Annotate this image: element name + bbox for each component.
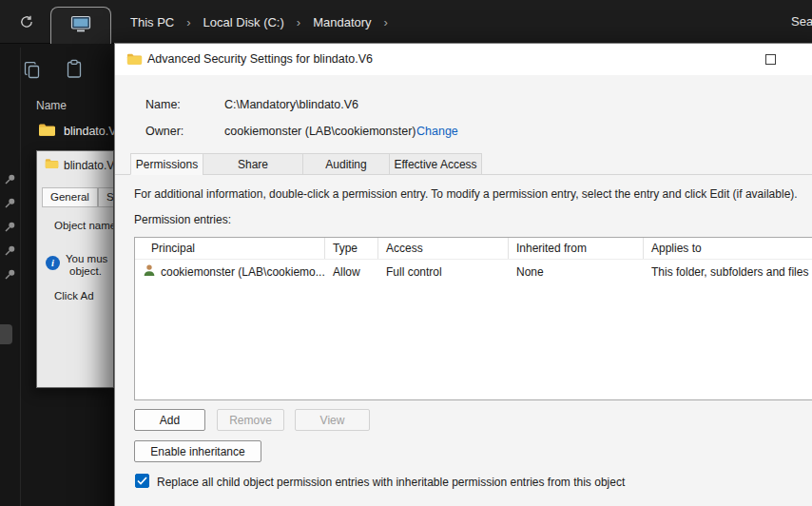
chevron-right-icon: › <box>384 15 388 29</box>
tab-general[interactable]: General <box>42 187 98 207</box>
tab-auditing[interactable]: Auditing <box>302 153 390 175</box>
table-header-row: Principal Type Access Inherited from App… <box>135 238 812 260</box>
dialog-title: Advanced Security Settings for blindato.… <box>147 52 373 66</box>
properties-tabs: General Sha <box>42 187 114 207</box>
owner-label: Owner: <box>145 125 184 138</box>
owner-value: cookiemonster (LAB\cookiemonster) <box>224 125 416 138</box>
pin-icon[interactable] <box>4 243 16 261</box>
explorer-topbar: This PC › Local Disk (C:) › Mandatory › … <box>0 0 812 44</box>
permission-entries-label: Permission entries: <box>134 213 231 226</box>
copy-icon[interactable] <box>23 61 41 84</box>
enable-inheritance-button[interactable]: Enable inheritance <box>134 440 261 462</box>
breadcrumb-local-disk-c[interactable]: Local Disk (C:) <box>203 15 284 29</box>
name-value: C:\Mandatory\blindato.V6 <box>224 98 358 111</box>
table-row[interactable]: cookiemonster (LAB\cookiemo... Allow Ful… <box>135 260 812 283</box>
replace-permissions-checkbox[interactable] <box>135 474 149 488</box>
paste-icon[interactable] <box>66 59 83 83</box>
cell-inherited-from: None <box>509 260 644 283</box>
column-header-principal[interactable]: Principal <box>135 238 325 259</box>
info-icon: i <box>46 256 60 270</box>
nav-pane-divider <box>20 48 21 506</box>
click-advanced-text: Click Ad <box>54 290 94 302</box>
search-box[interactable]: Sea <box>791 14 812 29</box>
properties-title: blindato.V <box>64 159 114 172</box>
breadcrumb: This PC › Local Disk (C:) › Mandatory › <box>130 0 400 44</box>
pin-icon[interactable] <box>4 220 16 237</box>
advanced-security-dialog: Advanced Security Settings for blindato.… <box>114 43 812 506</box>
tab-effective-access[interactable]: Effective Access <box>389 153 482 175</box>
name-label: Name: <box>145 98 181 111</box>
this-pc-monitor-icon <box>70 15 91 37</box>
pin-icon[interactable] <box>4 267 16 284</box>
folder-icon <box>45 158 59 172</box>
dialog-tabs: Permissions Share Auditing Effective Acc… <box>130 153 481 175</box>
screen: This PC › Local Disk (C:) › Mandatory › … <box>0 0 812 506</box>
nav-selected-item[interactable] <box>0 324 12 344</box>
dialog-titlebar: Advanced Security Settings for blindato.… <box>115 44 812 75</box>
cell-principal-text: cookiemonster (LAB\cookiemo... <box>161 265 325 279</box>
breadcrumb-this-pc[interactable]: This PC <box>130 15 174 29</box>
remove-button: Remove <box>217 409 284 431</box>
explorer-tab[interactable] <box>50 7 111 44</box>
add-button[interactable]: Add <box>134 409 205 431</box>
info-text-line2: object. <box>69 265 102 277</box>
tab-sharing[interactable]: Sha <box>98 187 114 207</box>
chevron-right-icon: › <box>297 15 300 29</box>
column-header-type[interactable]: Type <box>325 238 378 259</box>
column-header-name[interactable]: Name <box>36 99 67 112</box>
permission-entries-table: Principal Type Access Inherited from App… <box>134 237 812 400</box>
folder-icon <box>38 123 56 140</box>
file-item-blindato[interactable]: blindato.V6 <box>38 123 124 140</box>
properties-titlebar: blindato.V <box>45 158 114 172</box>
maximize-button[interactable] <box>765 54 776 65</box>
replace-permissions-label: Replace all child object permission entr… <box>157 476 625 489</box>
chevron-right-icon: › <box>186 15 190 29</box>
object-name-label: Object name: <box>54 220 114 231</box>
folder-icon <box>126 52 143 69</box>
tab-permissions[interactable]: Permissions <box>130 153 203 175</box>
view-button: View <box>295 409 370 431</box>
info-text-line1: You mus <box>66 253 107 264</box>
tab-share[interactable]: Share <box>203 153 303 175</box>
column-header-applies-to[interactable]: Applies to <box>644 238 812 259</box>
column-header-access[interactable]: Access <box>378 238 509 259</box>
refresh-icon[interactable] <box>19 14 34 29</box>
cell-type: Allow <box>325 260 378 283</box>
column-header-inherited-from[interactable]: Inherited from <box>509 238 644 259</box>
pin-icon[interactable] <box>4 196 16 213</box>
cell-principal: cookiemonster (LAB\cookiemo... <box>135 260 325 283</box>
cell-access: Full control <box>378 260 509 283</box>
change-owner-link[interactable]: Change <box>416 125 458 138</box>
user-icon <box>143 263 156 280</box>
cell-applies-to: This folder, subfolders and files <box>644 260 812 283</box>
pin-icon[interactable] <box>4 172 16 189</box>
breadcrumb-mandatory[interactable]: Mandatory <box>313 15 371 29</box>
instructions-text: For additional information, double-click… <box>134 187 798 201</box>
properties-window: blindato.V General Sha Object name: i Yo… <box>36 150 114 388</box>
